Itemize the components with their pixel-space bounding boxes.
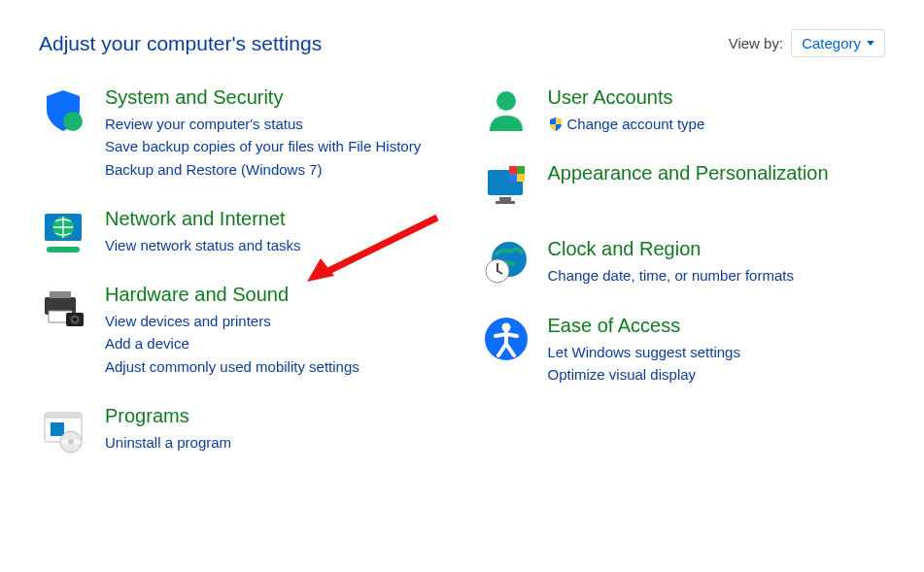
link-optimize-display[interactable]: Optimize visual display xyxy=(548,363,886,386)
link-network-status[interactable]: View network status and tasks xyxy=(105,234,443,256)
svg-point-9 xyxy=(73,318,77,321)
svg-rect-18 xyxy=(499,197,511,201)
link-mobility-settings[interactable]: Adjust commonly used mobility settings xyxy=(105,355,443,378)
svg-rect-22 xyxy=(509,174,517,182)
viewby-container: View by: Category xyxy=(729,29,885,57)
link-add-device[interactable]: Add a device xyxy=(105,332,443,354)
link-devices-printers[interactable]: View devices and printers xyxy=(105,310,443,332)
category-ease-of-access: Ease of Access Let Windows suggest setti… xyxy=(482,315,886,387)
viewby-value: Category xyxy=(802,35,861,51)
category-user-accounts: User Accounts Change account type xyxy=(482,86,886,135)
link-suggest-settings[interactable]: Let Windows suggest settings xyxy=(548,341,886,363)
link-backup-restore[interactable]: Backup and Restore (Windows 7) xyxy=(105,158,443,181)
header-bar: Adjust your computer's settings View by:… xyxy=(0,0,924,67)
svg-rect-19 xyxy=(496,201,515,204)
category-title-system-security[interactable]: System and Security xyxy=(105,86,443,109)
category-system-security: System and Security Review your computer… xyxy=(39,86,443,181)
printer-camera-icon xyxy=(39,284,87,332)
category-hardware-sound: Hardware and Sound View devices and prin… xyxy=(39,284,443,378)
svg-rect-12 xyxy=(51,422,64,436)
svg-rect-20 xyxy=(509,166,517,174)
globe-monitor-icon xyxy=(39,208,87,256)
svg-rect-23 xyxy=(517,174,525,182)
category-title-appearance-personalization[interactable]: Appearance and Personalization xyxy=(548,162,886,185)
user-icon xyxy=(482,86,530,135)
link-review-status[interactable]: Review your computer's status xyxy=(105,113,443,135)
svg-rect-5 xyxy=(50,291,71,298)
link-change-account-type[interactable]: Change account type xyxy=(548,113,886,135)
category-network-internet: Network and Internet View network status… xyxy=(39,208,443,256)
page-title: Adjust your computer's settings xyxy=(39,32,322,55)
category-programs: Programs Uninstall a program xyxy=(39,405,443,454)
link-date-time-formats[interactable]: Change date, time, or number formats xyxy=(548,264,886,286)
svg-rect-3 xyxy=(47,247,80,252)
svg-point-16 xyxy=(496,91,516,111)
svg-rect-11 xyxy=(45,413,82,419)
viewby-select[interactable]: Category xyxy=(791,29,885,57)
category-title-network-internet[interactable]: Network and Internet xyxy=(105,208,443,230)
svg-point-15 xyxy=(68,439,74,445)
svg-rect-21 xyxy=(517,166,525,174)
shield-icon xyxy=(39,86,87,135)
category-title-hardware-sound[interactable]: Hardware and Sound xyxy=(105,284,443,306)
link-uninstall-program[interactable]: Uninstall a program xyxy=(105,431,443,454)
left-column: System and Security Review your computer… xyxy=(39,86,443,481)
clock-globe-icon xyxy=(482,238,530,286)
category-title-programs[interactable]: Programs xyxy=(105,405,443,427)
accessibility-icon xyxy=(482,315,530,363)
category-appearance-personalization: Appearance and Personalization xyxy=(482,162,886,211)
svg-point-0 xyxy=(63,112,83,131)
category-clock-region: Clock and Region Change date, time, or n… xyxy=(482,238,886,286)
monitor-palette-icon xyxy=(482,162,530,211)
link-change-account-type-text: Change account type xyxy=(567,113,705,135)
programs-icon xyxy=(39,405,87,454)
categories-grid: System and Security Review your computer… xyxy=(0,67,924,481)
viewby-label: View by: xyxy=(729,35,783,51)
category-title-ease-of-access[interactable]: Ease of Access xyxy=(548,315,886,337)
category-title-user-accounts[interactable]: User Accounts xyxy=(548,86,886,109)
link-file-history[interactable]: Save backup copies of your files with Fi… xyxy=(105,135,443,157)
chevron-down-icon xyxy=(867,41,874,46)
uac-shield-icon xyxy=(548,117,564,132)
category-title-clock-region[interactable]: Clock and Region xyxy=(548,238,886,260)
right-column: User Accounts Change account type xyxy=(482,86,886,481)
